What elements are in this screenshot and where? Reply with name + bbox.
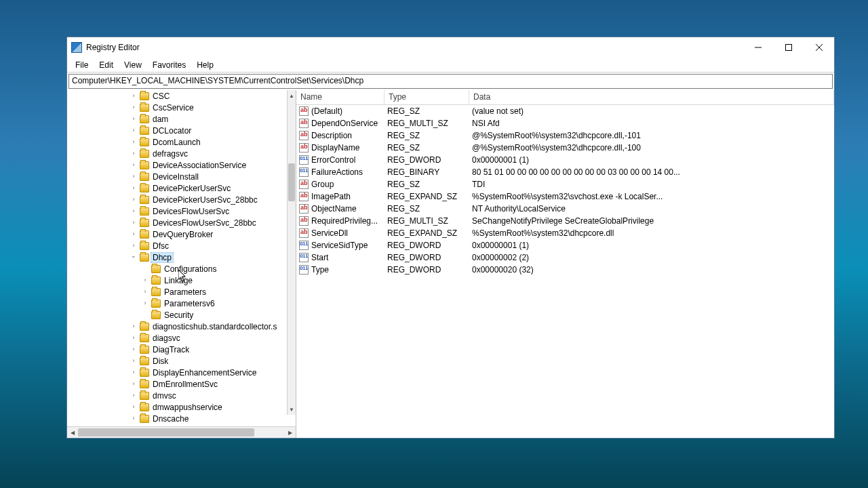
tree-node[interactable]: ›dam (70, 113, 287, 125)
scroll-up-icon[interactable]: ▲ (288, 90, 296, 101)
expand-icon[interactable]: › (130, 404, 138, 410)
tree-node[interactable]: ›DevicesFlowUserSvc (70, 205, 287, 217)
tree-node-label: DmEnrollmentSvc (151, 380, 219, 389)
expand-icon[interactable]: › (130, 369, 138, 375)
tree-node[interactable]: ›DeviceInstall (70, 171, 287, 182)
value-row[interactable]: (Default)REG_SZ(value not set) (296, 105, 834, 117)
tree-node[interactable]: ›CSC (70, 90, 287, 102)
value-row[interactable]: FailureActionsREG_BINARY80 51 01 00 00 0… (296, 166, 834, 178)
tree-node[interactable]: ›Dnscache (70, 413, 287, 424)
tree-node[interactable]: Security (70, 309, 287, 321)
minimize-button[interactable] (743, 38, 773, 58)
expand-icon[interactable]: › (130, 139, 138, 145)
column-header-type[interactable]: Type (384, 90, 469, 104)
tree-node[interactable]: ›DiagTrack (70, 344, 287, 355)
scroll-right-icon[interactable]: ▶ (285, 430, 296, 436)
tree-node-label: DCLocator (151, 126, 193, 136)
tree-node[interactable]: ›DisplayEnhancementService (70, 367, 287, 378)
value-row[interactable]: ObjectNameREG_SZNT Authority\LocalServic… (296, 203, 834, 215)
folder-icon (140, 415, 149, 423)
expand-icon[interactable]: › (130, 415, 138, 422)
titlebar[interactable]: Registry Editor (67, 37, 834, 58)
tree-node[interactable]: ›dmvsc (70, 390, 287, 401)
expand-icon[interactable]: › (130, 243, 138, 249)
expand-icon[interactable]: › (130, 127, 138, 134)
menu-help[interactable]: Help (191, 59, 219, 71)
expand-icon[interactable]: › (130, 231, 138, 237)
expand-icon[interactable]: › (130, 346, 138, 352)
expand-icon[interactable]: › (130, 150, 138, 157)
tree-node[interactable]: ›DevicePickerUserSvc_28bbc (70, 194, 287, 205)
column-header-data[interactable]: Data (469, 90, 834, 104)
value-row[interactable]: GroupREG_SZTDI (296, 178, 834, 190)
tree-node[interactable]: Configurations (70, 263, 287, 274)
menu-edit[interactable]: Edit (94, 59, 119, 71)
expand-icon[interactable]: › (130, 104, 138, 110)
expand-icon[interactable]: › (130, 392, 138, 399)
value-row[interactable]: DependOnServiceREG_MULTI_SZNSI Afd (296, 117, 834, 129)
value-row[interactable]: ImagePathREG_EXPAND_SZ%SystemRoot%\syste… (296, 190, 834, 203)
tree-horizontal-scrollbar[interactable]: ◀ ▶ (67, 426, 296, 438)
tree-node[interactable]: ›CscService (70, 102, 287, 113)
tree-node[interactable]: ›Disk (70, 355, 287, 367)
expand-icon[interactable]: › (141, 289, 149, 295)
value-row[interactable]: ServiceDllREG_EXPAND_SZ%SystemRoot%\syst… (296, 227, 834, 239)
tree-node[interactable]: ›defragsvc (70, 148, 287, 159)
value-row[interactable]: ErrorControlREG_DWORD0x00000001 (1) (296, 154, 834, 166)
menu-file[interactable]: File (70, 59, 94, 71)
value-row[interactable]: StartREG_DWORD0x00000002 (2) (296, 251, 834, 264)
value-name: RequiredPrivileg... (311, 216, 387, 226)
expand-icon[interactable]: › (130, 162, 138, 168)
window-title: Registry Editor (86, 43, 743, 52)
value-row[interactable]: ServiceSidTypeREG_DWORD0x00000001 (1) (296, 239, 834, 251)
expand-icon[interactable]: › (130, 323, 138, 329)
scroll-left-icon[interactable]: ◀ (67, 430, 78, 436)
expand-icon[interactable]: › (130, 197, 138, 203)
tree-node[interactable]: ›diagsvc (70, 332, 287, 344)
tree-node[interactable]: ›DevQueryBroker (70, 228, 287, 240)
hscroll-thumb[interactable] (78, 428, 254, 436)
maximize-button[interactable] (773, 38, 804, 58)
menu-view[interactable]: View (119, 59, 147, 71)
expand-icon[interactable]: › (130, 335, 138, 341)
tree-node[interactable]: ›DevicePickerUserSvc (70, 182, 287, 194)
scroll-thumb[interactable] (288, 163, 295, 201)
expand-icon[interactable]: › (130, 208, 138, 214)
expand-icon[interactable]: › (130, 174, 138, 180)
value-name: (Default) (311, 106, 387, 116)
collapse-icon[interactable]: ⌄ (130, 253, 138, 259)
tree-node[interactable]: ›DCLocator (70, 125, 287, 136)
expand-icon[interactable]: › (130, 116, 138, 122)
tree-node[interactable]: ›Parameters (70, 286, 287, 298)
tree-node[interactable]: ›DeviceAssociationService (70, 159, 287, 171)
value-row[interactable]: DescriptionREG_SZ@%SystemRoot%\system32\… (296, 129, 834, 142)
expand-icon[interactable]: › (141, 277, 149, 283)
value-row[interactable]: TypeREG_DWORD0x00000020 (32) (296, 264, 834, 276)
tree-node[interactable]: ›Linkage (70, 274, 287, 286)
tree-node[interactable]: ›DevicesFlowUserSvc_28bbc (70, 217, 287, 228)
expand-icon[interactable]: › (130, 93, 138, 99)
expand-icon[interactable]: › (130, 220, 138, 226)
value-row[interactable]: RequiredPrivileg...REG_MULTI_SZSeChangeN… (296, 215, 834, 227)
tree-node[interactable]: ⌄Dhcp (70, 251, 287, 263)
value-type: REG_SZ (387, 143, 472, 152)
tree-node[interactable]: ›Dfsc (70, 240, 287, 251)
scroll-down-icon[interactable]: ▼ (288, 404, 296, 415)
binary-value-icon (299, 155, 309, 165)
tree-node[interactable]: ›dmwappushservice (70, 401, 287, 413)
expand-icon[interactable]: › (130, 358, 138, 364)
value-row[interactable]: DisplayNameREG_SZ@%SystemRoot%\system32\… (296, 142, 834, 154)
column-header-name[interactable]: Name (296, 90, 384, 104)
expand-icon[interactable]: › (141, 300, 149, 306)
tree-node[interactable]: ›diagnosticshub.standardcollector.s (70, 321, 287, 332)
menu-favorites[interactable]: Favorites (147, 59, 191, 71)
expand-icon[interactable]: › (130, 381, 138, 387)
tree-node[interactable]: ›DmEnrollmentSvc (70, 378, 287, 390)
address-bar[interactable]: Computer\HKEY_LOCAL_MACHINE\SYSTEM\Curre… (68, 74, 833, 89)
tree-node[interactable]: ›DcomLaunch (70, 136, 287, 148)
close-button[interactable] (804, 38, 834, 58)
expand-icon[interactable]: › (130, 185, 138, 191)
tree-vertical-scrollbar[interactable]: ▲ ▼ (287, 90, 296, 415)
tree-node-label: diagsvc (151, 333, 182, 343)
tree-node[interactable]: ›Parametersv6 (70, 298, 287, 309)
